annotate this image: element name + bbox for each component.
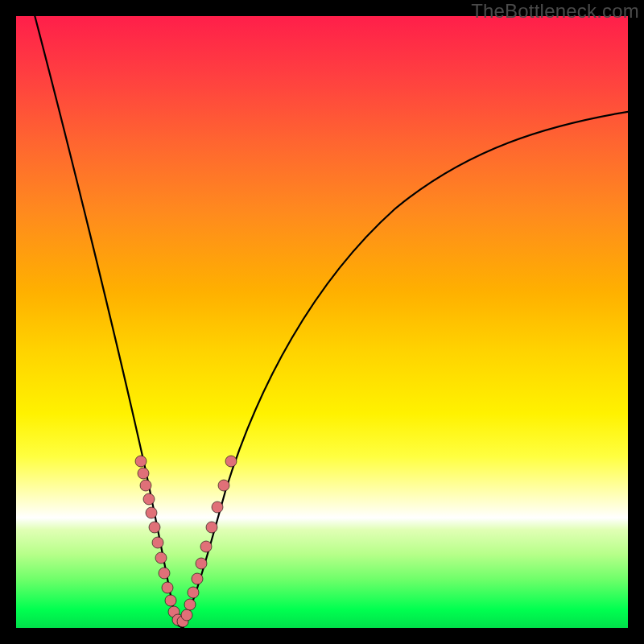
svg-point-15 (184, 599, 196, 610)
svg-point-5 (149, 522, 160, 533)
svg-point-4 (146, 507, 157, 518)
curve-right-branch (181, 111, 628, 627)
svg-point-20 (206, 522, 217, 533)
svg-point-9 (162, 582, 173, 593)
svg-point-17 (192, 573, 203, 584)
svg-point-1 (138, 468, 149, 479)
svg-point-6 (152, 537, 163, 548)
svg-point-22 (218, 480, 229, 491)
plot-area (16, 16, 628, 628)
svg-point-23 (225, 456, 237, 467)
scatter-dots (135, 456, 237, 627)
watermark-text: TheBottleneck.com (471, 0, 639, 23)
svg-point-0 (135, 456, 147, 467)
bottleneck-curve-svg (16, 16, 628, 628)
svg-point-18 (196, 558, 207, 569)
svg-point-14 (181, 609, 192, 621)
svg-point-21 (212, 502, 223, 513)
chart-frame: TheBottleneck.com (0, 0, 644, 644)
svg-point-8 (159, 568, 170, 579)
svg-point-3 (143, 493, 155, 505)
svg-point-10 (165, 595, 176, 606)
svg-point-7 (155, 552, 167, 564)
svg-point-16 (188, 587, 199, 598)
svg-point-19 (200, 541, 212, 552)
svg-point-2 (140, 480, 151, 491)
